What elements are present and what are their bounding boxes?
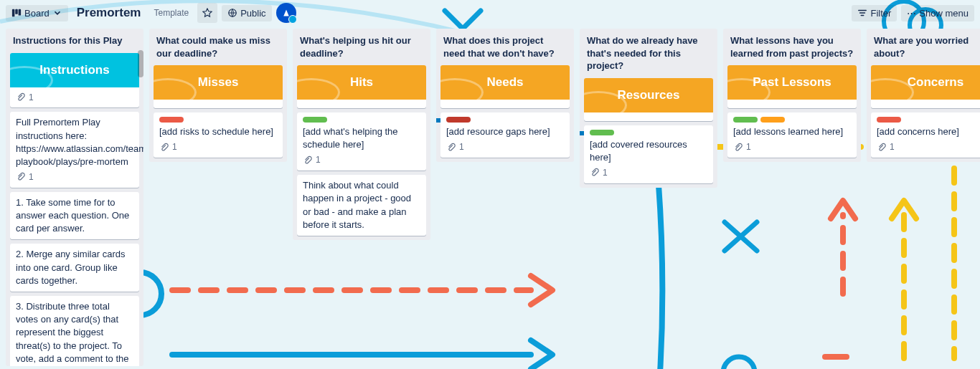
card-labels xyxy=(159,117,277,123)
card-text: [add risks to schedule here] xyxy=(159,125,277,138)
card-wrap: [add risks to schedule here]1 xyxy=(154,112,283,158)
list-cards: Needs[add resource gaps here]1 xyxy=(436,65,574,162)
filter-label: Filter xyxy=(870,8,891,19)
svg-rect-4 xyxy=(15,9,18,14)
card-badges: 1 xyxy=(159,141,277,153)
view-label: Board xyxy=(24,8,50,19)
card[interactable]: [add lessons learned here]1 xyxy=(727,112,857,158)
attachment-icon xyxy=(16,172,26,182)
list: What's helping us hit our deadline?Hits[… xyxy=(293,29,430,240)
globe-icon xyxy=(227,8,237,18)
list: What do we already have that's needed fo… xyxy=(580,29,717,188)
card[interactable]: 3. Distribute three total votes on any c… xyxy=(10,296,139,366)
card[interactable]: Full Premortem Play instructions here: h… xyxy=(10,112,139,188)
card[interactable]: Resources xyxy=(584,78,713,121)
card-cover: Needs xyxy=(440,65,570,100)
attachment-count: 1 xyxy=(890,141,895,153)
label-red[interactable] xyxy=(877,117,901,123)
attachment-icon xyxy=(159,143,169,153)
label-green[interactable] xyxy=(733,117,758,123)
card-cover: Concerns xyxy=(871,65,980,100)
view-switcher-button[interactable]: Board xyxy=(6,5,68,21)
list-title[interactable]: Instructions for this Play xyxy=(6,29,143,53)
visibility-label: Public xyxy=(240,8,265,19)
attachment-count: 1 xyxy=(29,92,34,104)
card[interactable]: 1. Take some time for to answer each que… xyxy=(10,192,139,240)
card[interactable]: 2. Merge any similar cards into one card… xyxy=(10,244,139,292)
card-cover-text: Concerns xyxy=(908,74,963,91)
card-wrap: [add resource gaps here]1 xyxy=(440,112,570,158)
card[interactable]: Think about what could happen in a proje… xyxy=(297,175,426,236)
card-wrap: Instructions1 xyxy=(10,53,139,108)
card[interactable]: Needs xyxy=(440,65,570,108)
card[interactable]: Instructions1 xyxy=(10,53,139,108)
card-labels xyxy=(877,117,980,123)
card-wrap: 3. Distribute three total votes on any c… xyxy=(10,296,139,366)
card[interactable]: [add resource gaps here]1 xyxy=(440,112,570,158)
board-canvas[interactable]: Instructions for this PlayInstructions1F… xyxy=(0,26,980,369)
card-text: [add covered resources here] xyxy=(590,138,707,164)
card[interactable]: [add risks to schedule here]1 xyxy=(154,112,283,158)
card-wrap: Needs xyxy=(440,65,570,108)
card-wrap: [add lessons learned here]1 xyxy=(727,112,857,158)
card[interactable]: Misses xyxy=(154,65,283,108)
attachment-icon xyxy=(590,168,600,178)
card[interactable]: [add what's helping the schedule here]1 xyxy=(297,112,426,171)
show-menu-button[interactable]: ⋯ Show menu xyxy=(901,5,974,21)
card[interactable]: Hits xyxy=(297,65,426,108)
card-cover: Hits xyxy=(297,65,426,100)
list-title[interactable]: What could make us miss our deadline? xyxy=(149,29,287,65)
label-dred[interactable] xyxy=(446,117,471,123)
unread-marker xyxy=(580,131,584,135)
card-labels xyxy=(446,117,564,123)
atlassian-icon xyxy=(280,6,293,19)
visibility-button[interactable]: Public xyxy=(222,5,271,21)
attachment-icon xyxy=(446,143,456,153)
card-badges: 1 xyxy=(733,141,851,153)
star-icon xyxy=(202,8,212,18)
card-wrap: 2. Merge any similar cards into one card… xyxy=(10,244,139,292)
card-badges: 1 xyxy=(303,154,420,166)
board-header: Board Premortem Template Public Filter ⋯… xyxy=(0,0,980,26)
board-title[interactable]: Premortem xyxy=(72,6,146,20)
label-red[interactable] xyxy=(159,117,184,123)
attachment-icon xyxy=(16,92,26,102)
attachment-count: 1 xyxy=(459,141,464,153)
avatar[interactable] xyxy=(276,3,296,23)
list: Instructions for this PlayInstructions1F… xyxy=(6,29,143,366)
card[interactable]: Past Lessons xyxy=(727,65,857,108)
card-cover-text: Resources xyxy=(618,87,680,104)
list-cards: Concerns[add concerns here]1 xyxy=(867,65,980,162)
card-text: Full Premortem Play instructions here: h… xyxy=(16,116,133,168)
list-title[interactable]: What does this project need that we don'… xyxy=(436,29,574,65)
template-badge[interactable]: Template xyxy=(149,6,193,19)
card-cover-text: Hits xyxy=(350,74,373,91)
attachment-count: 1 xyxy=(603,167,608,179)
filter-button[interactable]: Filter xyxy=(852,5,897,21)
list-cards: Hits[add what's helping the schedule her… xyxy=(293,65,430,240)
list-cards: Misses[add risks to schedule here]1 xyxy=(149,65,287,162)
label-green[interactable] xyxy=(590,130,614,135)
card-cover: Resources xyxy=(584,78,713,112)
unread-marker xyxy=(436,118,440,123)
card-cover: Past Lessons xyxy=(727,65,857,100)
card[interactable]: Concerns xyxy=(871,65,980,108)
list-title[interactable]: What lessons have you learned from past … xyxy=(723,29,861,65)
card-cover-text: Misses xyxy=(198,74,239,91)
card-wrap: [add covered resources here]1 xyxy=(584,125,713,183)
card-wrap: Past Lessons xyxy=(727,65,857,108)
card-labels xyxy=(733,117,851,123)
attachment-count: 1 xyxy=(29,171,34,183)
attachment-count: 1 xyxy=(746,141,751,153)
label-orange[interactable] xyxy=(760,117,785,123)
star-button[interactable] xyxy=(197,3,217,23)
list-title[interactable]: What are you worried about? xyxy=(867,29,980,65)
list-title[interactable]: What do we already have that's needed fo… xyxy=(580,29,717,78)
card-cover-text: Needs xyxy=(486,74,523,91)
list-title[interactable]: What's helping us hit our deadline? xyxy=(293,29,430,65)
scrollbar-thumb[interactable] xyxy=(138,50,143,77)
card[interactable]: [add covered resources here]1 xyxy=(584,125,713,183)
label-green[interactable] xyxy=(303,117,327,123)
card[interactable]: [add concerns here]1 xyxy=(871,112,980,158)
attachment-count: 1 xyxy=(316,154,321,166)
